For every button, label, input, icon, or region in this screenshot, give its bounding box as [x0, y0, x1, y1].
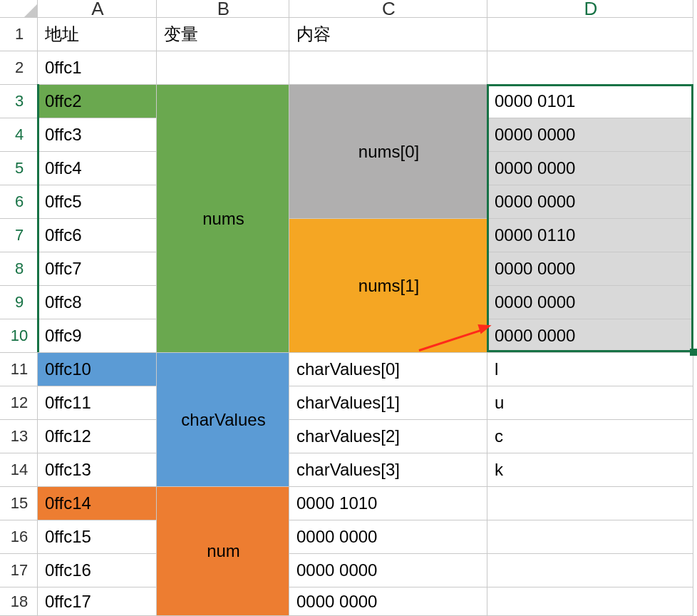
cell-A13[interactable]: 0ffc12 — [37, 419, 156, 453]
cell-A6[interactable]: 0ffc5 — [37, 185, 156, 218]
cell-D10[interactable]: 0000 0000 — [487, 319, 693, 352]
row-header-6[interactable]: 6 — [0, 185, 37, 218]
row-header-16[interactable]: 16 — [0, 520, 37, 553]
cell-B-num[interactable]: num — [156, 486, 289, 616]
cell-D2[interactable] — [487, 51, 693, 84]
row-header-13[interactable]: 13 — [0, 419, 37, 453]
cell-A14[interactable]: 0ffc13 — [37, 453, 156, 486]
row-header-8[interactable]: 8 — [0, 252, 37, 285]
cell-A2[interactable]: 0ffc1 — [37, 51, 156, 84]
cell-B1[interactable]: 变量 — [156, 17, 289, 51]
cell-C12[interactable]: charValues[1] — [289, 386, 487, 419]
cell-B-nums[interactable]: nums — [156, 84, 289, 352]
cell-C16[interactable]: 0000 0000 — [289, 520, 487, 553]
corner-cell[interactable] — [0, 0, 37, 17]
cell-A15[interactable]: 0ffc14 — [37, 486, 156, 520]
cell-A17[interactable]: 0ffc16 — [37, 553, 156, 587]
cell-D18[interactable] — [487, 587, 693, 616]
cell-C14[interactable]: charValues[3] — [289, 453, 487, 486]
cell-A18[interactable]: 0ffc17 — [37, 587, 156, 616]
cell-C18[interactable]: 0000 0000 — [289, 587, 487, 616]
row-header-9[interactable]: 9 — [0, 285, 37, 319]
cell-C13[interactable]: charValues[2] — [289, 419, 487, 453]
col-header-D[interactable]: D — [487, 0, 693, 17]
row-header-4[interactable]: 4 — [0, 118, 37, 151]
cell-A16[interactable]: 0ffc15 — [37, 520, 156, 553]
row-header-3[interactable]: 3 — [0, 84, 37, 118]
col-header-B[interactable]: B — [156, 0, 289, 17]
cell-D4[interactable]: 0000 0000 — [487, 118, 693, 151]
row-header-7[interactable]: 7 — [0, 218, 37, 252]
cell-D6[interactable]: 0000 0000 — [487, 185, 693, 218]
cell-A12[interactable]: 0ffc11 — [37, 386, 156, 419]
cell-D16[interactable] — [487, 520, 693, 553]
cell-D11[interactable]: l — [487, 352, 693, 386]
row-header-10[interactable]: 10 — [0, 319, 37, 352]
cell-B-charValues[interactable]: charValues — [156, 352, 289, 486]
row-header-1[interactable]: 1 — [0, 17, 37, 51]
cell-C17[interactable]: 0000 0000 — [289, 553, 487, 587]
cell-C-nums0[interactable]: nums[0] — [289, 84, 487, 218]
cell-D7[interactable]: 0000 0110 — [487, 218, 693, 252]
cell-D1[interactable] — [487, 17, 693, 51]
cell-A8[interactable]: 0ffc7 — [37, 252, 156, 285]
cell-D17[interactable] — [487, 553, 693, 587]
row-header-2[interactable]: 2 — [0, 51, 37, 84]
row-header-12[interactable]: 12 — [0, 386, 37, 419]
cell-A1[interactable]: 地址 — [37, 17, 156, 51]
cell-A11[interactable]: 0ffc10 — [37, 352, 156, 386]
cell-C15[interactable]: 0000 1010 — [289, 486, 487, 520]
row-header-15[interactable]: 15 — [0, 486, 37, 520]
cell-C-nums1[interactable]: nums[1] — [289, 218, 487, 352]
cell-D8[interactable]: 0000 0000 — [487, 252, 693, 285]
cell-A5[interactable]: 0ffc4 — [37, 151, 156, 185]
cell-A10[interactable]: 0ffc9 — [37, 319, 156, 352]
cell-C1[interactable]: 内容 — [289, 17, 487, 51]
row-header-17[interactable]: 17 — [0, 553, 37, 587]
cell-A4[interactable]: 0ffc3 — [37, 118, 156, 151]
row-header-14[interactable]: 14 — [0, 453, 37, 486]
cell-D12[interactable]: u — [487, 386, 693, 419]
cell-A9[interactable]: 0ffc8 — [37, 285, 156, 319]
cell-D13[interactable]: c — [487, 419, 693, 453]
spreadsheet-grid[interactable]: A B C D 1 2 3 4 5 6 7 8 9 10 11 12 13 14… — [0, 0, 697, 616]
row-header-18[interactable]: 18 — [0, 587, 37, 616]
col-header-A[interactable]: A — [37, 0, 156, 17]
cell-D3[interactable]: 0000 0101 — [487, 84, 693, 118]
cell-A3[interactable]: 0ffc2 — [37, 84, 156, 118]
row-header-11[interactable]: 11 — [0, 352, 37, 386]
cell-C2[interactable] — [289, 51, 487, 84]
cell-C11[interactable]: charValues[0] — [289, 352, 487, 386]
col-header-C[interactable]: C — [289, 0, 487, 17]
cell-D5[interactable]: 0000 0000 — [487, 151, 693, 185]
cell-D9[interactable]: 0000 0000 — [487, 285, 693, 319]
cell-D14[interactable]: k — [487, 453, 693, 486]
cell-D15[interactable] — [487, 486, 693, 520]
cell-A7[interactable]: 0ffc6 — [37, 218, 156, 252]
row-header-5[interactable]: 5 — [0, 151, 37, 185]
cell-B2[interactable] — [156, 51, 289, 84]
